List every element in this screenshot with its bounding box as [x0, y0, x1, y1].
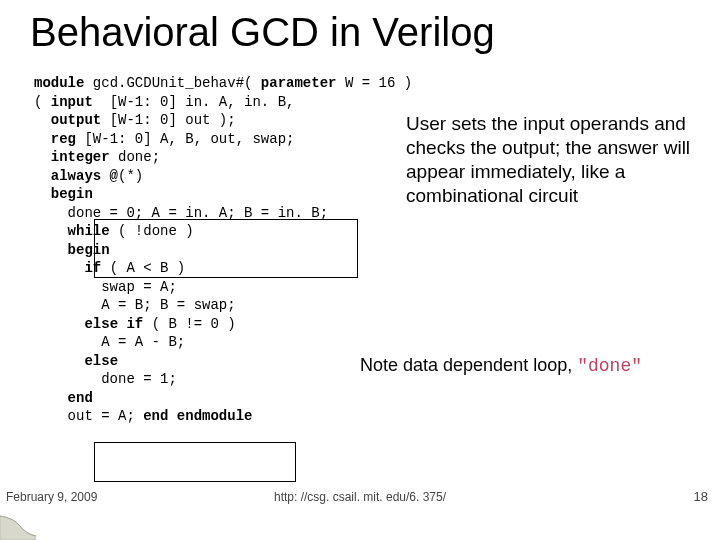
- slide-title: Behavioral GCD in Verilog: [30, 10, 690, 55]
- code-kw: endmodule: [177, 408, 253, 424]
- page-curl-icon: [0, 506, 36, 540]
- code-text: [W-1: 0] A, B, out, swap;: [76, 131, 294, 147]
- code-kw: integer: [51, 149, 110, 165]
- code-kw: end: [143, 408, 168, 424]
- code-text: [34, 390, 68, 406]
- code-text: done;: [110, 149, 160, 165]
- annotation-note-loop: Note data dependent loop, "done": [360, 354, 720, 378]
- code-text: [34, 260, 84, 276]
- annotation-text: Note data dependent loop,: [360, 355, 577, 375]
- code-text: A = A - B;: [34, 334, 185, 350]
- code-text: [168, 408, 176, 424]
- highlight-box-init: [94, 219, 358, 278]
- code-text: (: [34, 94, 51, 110]
- code-kw: module: [34, 75, 84, 91]
- code-text: [34, 149, 51, 165]
- code-kw: reg: [51, 131, 76, 147]
- code-kw: else: [84, 353, 118, 369]
- code-text: [34, 112, 51, 128]
- code-text: A = B; B = swap;: [34, 297, 236, 313]
- code-text: [34, 186, 51, 202]
- code-kw: input: [51, 94, 93, 110]
- code-text: [W-1: 0] out );: [101, 112, 235, 128]
- code-text: swap = A;: [34, 279, 177, 295]
- annotation-done-literal: "done": [577, 356, 642, 376]
- code-text: [W-1: 0] in. A, in. B,: [93, 94, 295, 110]
- code-text: [34, 242, 68, 258]
- code-text: [34, 353, 84, 369]
- code-text: [34, 223, 68, 239]
- footer-page-number: 18: [694, 489, 708, 504]
- code-text: W = 16 ): [336, 75, 412, 91]
- footer-url: http: //csg. csail. mit. edu/6. 375/: [0, 490, 720, 504]
- code-kw: parameter: [261, 75, 337, 91]
- code-text: done = 1;: [34, 371, 177, 387]
- annotation-user-sets: User sets the input operands and checks …: [406, 112, 696, 208]
- code-kw: always @: [51, 168, 118, 184]
- code-kw: begin: [51, 186, 93, 202]
- highlight-box-end: [94, 442, 296, 482]
- code-kw: else if: [84, 316, 143, 332]
- code-text: (*): [118, 168, 143, 184]
- code-kw: end: [68, 390, 93, 406]
- code-text: out = A;: [34, 408, 143, 424]
- code-text: [34, 168, 51, 184]
- code-text: [34, 316, 84, 332]
- code-kw: output: [51, 112, 101, 128]
- code-text: ( B != 0 ): [143, 316, 235, 332]
- code-text: gcd.GCDUnit_behav#(: [84, 75, 260, 91]
- code-text: [34, 131, 51, 147]
